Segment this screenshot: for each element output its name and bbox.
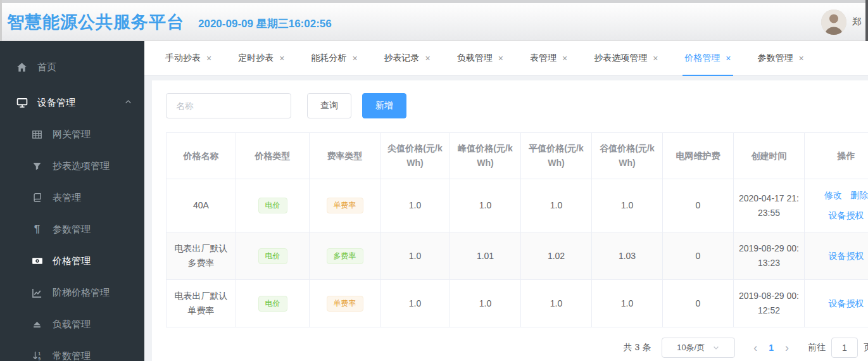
- sidebar-item-label: 阶梯价格管理: [53, 287, 110, 299]
- price-table-body: 40A电价单费率1.01.01.01.002020-04-17 21:23:55…: [167, 179, 868, 327]
- action-delete-link[interactable]: 删除: [850, 188, 868, 203]
- price-table: 价格名称价格类型费率类型尖值价格(元/kWh)峰值价格(元/kWh)平值价格(元…: [166, 132, 868, 327]
- rate-type-badge: 单费率: [327, 296, 363, 312]
- cell-grid_fee: 0: [663, 179, 734, 232]
- search-input[interactable]: [166, 93, 291, 118]
- datetime-label: 2020-09-09 星期三16:02:56: [198, 16, 332, 31]
- query-button[interactable]: 查询: [307, 93, 351, 118]
- goto-page-input[interactable]: [831, 338, 858, 358]
- tab-scheduled-read[interactable]: 定时抄表×: [225, 41, 298, 76]
- tab-meter-management[interactable]: 表管理×: [517, 41, 581, 76]
- cell-grid_fee: 0: [663, 232, 734, 280]
- tab-read-options-management[interactable]: 抄表选项管理×: [581, 41, 671, 76]
- page-number-1[interactable]: 1: [765, 343, 777, 353]
- close-tab-icon[interactable]: ×: [206, 53, 211, 63]
- action-device-auth-link[interactable]: 设备授权: [829, 296, 864, 311]
- sidebar-item-price-management[interactable]: 价格管理: [0, 245, 144, 277]
- user-photo-icon: [821, 10, 846, 35]
- cell-rate_type: 多费率: [310, 232, 381, 280]
- close-tab-icon[interactable]: ×: [498, 53, 503, 63]
- close-tab-icon[interactable]: ×: [352, 53, 357, 63]
- tab-manual-read[interactable]: 手动抄表×: [152, 41, 225, 76]
- tab-parameter-management[interactable]: 参数管理×: [745, 41, 817, 76]
- sidebar-item-home[interactable]: 首页: [0, 51, 144, 83]
- sidebar-item-device-management[interactable]: 设备管理: [0, 87, 144, 118]
- prev-page-button[interactable]: ‹: [746, 342, 765, 353]
- row-actions: 设备授权: [810, 249, 868, 263]
- app-header: 智慧能源公共服务平台 2020-09-09 星期三16:02:56 郑: [0, 3, 868, 41]
- cell-name: 40A: [167, 179, 236, 232]
- sidebar-item-label: 参数管理: [53, 224, 91, 236]
- chart-line-icon: [31, 288, 43, 298]
- cell-rate_type: 单费率: [310, 280, 381, 327]
- cell-sharp: 1.0: [381, 179, 450, 232]
- close-tab-icon[interactable]: ×: [562, 53, 567, 63]
- sidebar-item-tiered-price-management[interactable]: 阶梯价格管理: [0, 277, 144, 308]
- close-tab-icon[interactable]: ×: [653, 53, 658, 63]
- tab-label: 抄表选项管理: [594, 53, 647, 64]
- cell-actions: 设备授权: [805, 280, 868, 327]
- sidebar-item-load-management[interactable]: 负载管理: [0, 308, 144, 340]
- col-actions-header: 操作: [805, 133, 868, 179]
- tab-read-records[interactable]: 抄表记录×: [371, 41, 444, 76]
- page-title: 智慧能源公共服务平台: [7, 11, 184, 34]
- cell-price_type: 电价: [236, 280, 310, 327]
- close-tab-icon[interactable]: ×: [425, 53, 431, 63]
- action-edit-link[interactable]: 修改: [824, 188, 842, 203]
- sidebar-item-meter-read-options-management[interactable]: 抄表选项管理: [0, 150, 144, 182]
- cell-peak: 1.0: [450, 280, 521, 327]
- sidebar-item-label: 常数管理: [53, 350, 91, 361]
- banknote-icon: [31, 255, 43, 267]
- chevron-up-icon[interactable]: [124, 98, 132, 108]
- tab-bar: 手动抄表×定时抄表×能耗分析×抄表记录×负载管理×表管理×抄表选项管理×价格管理…: [144, 41, 868, 76]
- tab-price-management[interactable]: 价格管理×: [671, 41, 744, 76]
- user-area[interactable]: 郑: [821, 10, 862, 35]
- sidebar-item-parameter-management[interactable]: ¶参数管理: [0, 213, 144, 245]
- sidebar-item-label: 负载管理: [53, 319, 91, 331]
- cell-flat: 1.02: [521, 232, 592, 280]
- add-button[interactable]: 新增: [362, 93, 406, 118]
- sidebar-item-constant-management[interactable]: 19常数管理: [0, 340, 144, 361]
- avatar[interactable]: [821, 10, 846, 35]
- cell-name: 电表出厂默认单费率: [167, 280, 236, 327]
- col-flat-header: 平值价格(元/kWh): [521, 133, 592, 179]
- col-valley-header: 谷值价格(元/kWh): [592, 133, 663, 179]
- price-table-head: 价格名称价格类型费率类型尖值价格(元/kWh)峰值价格(元/kWh)平值价格(元…: [167, 133, 868, 179]
- tab-label: 表管理: [530, 53, 557, 64]
- svg-text:9: 9: [38, 357, 41, 361]
- table-header-row: 价格名称价格类型费率类型尖值价格(元/kWh)峰值价格(元/kWh)平值价格(元…: [167, 133, 868, 179]
- tab-label: 价格管理: [684, 53, 720, 64]
- sidebar-item-meter-management[interactable]: 表管理: [0, 182, 144, 213]
- cell-price_type: 电价: [236, 179, 310, 232]
- action-device-auth-link[interactable]: 设备授权: [829, 249, 864, 263]
- close-tab-icon[interactable]: ×: [726, 53, 731, 63]
- tab-label: 能耗分析: [311, 53, 346, 64]
- tab-energy-analysis[interactable]: 能耗分析×: [298, 41, 370, 76]
- content-area: 查询 新增 价格名称价格类型费率类型尖值价格(元/kWh)峰值价格(元/kWh)…: [144, 76, 868, 361]
- sidebar-item-gateway-management[interactable]: 网关管理: [0, 118, 144, 150]
- rate-type-badge: 多费率: [327, 248, 363, 264]
- sidebar-item-label: 设备管理: [37, 97, 75, 109]
- price-panel: 查询 新增 价格名称价格类型费率类型尖值价格(元/kWh)峰值价格(元/kWh)…: [152, 80, 868, 361]
- action-device-auth-link[interactable]: 设备授权: [829, 208, 864, 223]
- next-page-button[interactable]: ›: [777, 342, 796, 353]
- pagination-total: 共 3 条: [624, 342, 651, 353]
- cell-created: 2019-08-29 00:13:23: [734, 232, 805, 280]
- eject-icon: [31, 320, 43, 329]
- sidebar-item-label: 价格管理: [53, 255, 91, 267]
- cell-created: 2020-04-17 21:23:55: [734, 179, 805, 232]
- cell-peak: 1.0: [450, 179, 521, 232]
- table-row: 电表出厂默认单费率电价单费率1.01.01.01.002019-08-29 00…: [167, 280, 868, 327]
- app-window: 智慧能源公共服务平台 2020-09-09 星期三16:02:56 郑 首页设备…: [0, 0, 868, 361]
- close-tab-icon[interactable]: ×: [799, 53, 804, 63]
- row-actions: 设备授权: [810, 296, 868, 311]
- chevron-down-icon: [712, 344, 720, 352]
- tab-load-management[interactable]: 负载管理×: [444, 41, 517, 76]
- svg-text:1: 1: [38, 352, 41, 356]
- close-tab-icon[interactable]: ×: [279, 53, 284, 63]
- cell-valley: 1.03: [592, 232, 663, 280]
- main-area: 手动抄表×定时抄表×能耗分析×抄表记录×负载管理×表管理×抄表选项管理×价格管理…: [144, 41, 868, 361]
- app-body: 首页设备管理网关管理抄表选项管理表管理¶参数管理价格管理阶梯价格管理负载管理19…: [0, 41, 868, 361]
- page-size-select[interactable]: 10条/页: [662, 338, 735, 358]
- cell-flat: 1.0: [521, 179, 592, 232]
